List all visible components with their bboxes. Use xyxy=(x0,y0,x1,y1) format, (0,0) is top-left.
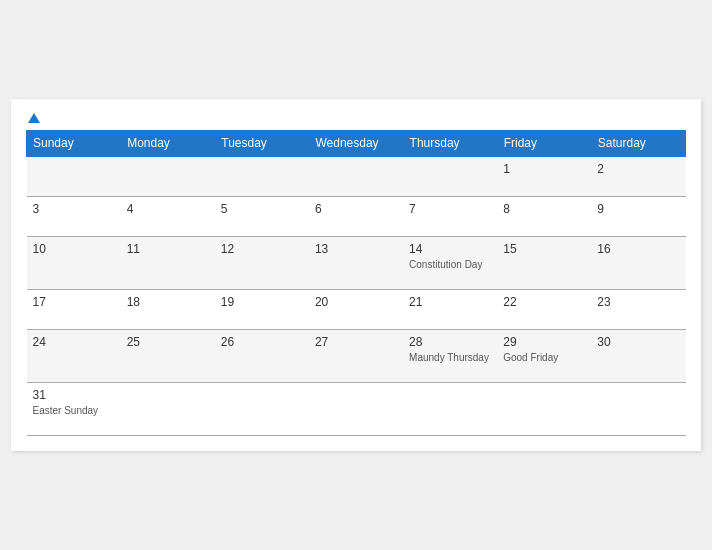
weekday-header-saturday: Saturday xyxy=(591,131,685,157)
day-number: 3 xyxy=(33,202,115,216)
calendar-cell: 8 xyxy=(497,197,591,237)
day-number: 15 xyxy=(503,242,585,256)
calendar-cell: 11 xyxy=(121,237,215,290)
logo xyxy=(26,109,40,125)
calendar-thead: SundayMondayTuesdayWednesdayThursdayFrid… xyxy=(27,131,686,157)
day-number: 18 xyxy=(127,295,209,309)
calendar-cell: 4 xyxy=(121,197,215,237)
calendar-cell: 20 xyxy=(309,290,403,330)
day-number: 7 xyxy=(409,202,491,216)
calendar-tbody: 1234567891011121314Constitution Day15161… xyxy=(27,156,686,436)
calendar-week-row: 17181920212223 xyxy=(27,290,686,330)
day-number: 29 xyxy=(503,335,585,349)
day-number: 16 xyxy=(597,242,679,256)
calendar-cell: 2 xyxy=(591,156,685,197)
calendar-cell: 26 xyxy=(215,330,309,383)
weekday-header-tuesday: Tuesday xyxy=(215,131,309,157)
day-number: 22 xyxy=(503,295,585,309)
day-number: 25 xyxy=(127,335,209,349)
calendar-cell xyxy=(27,156,121,197)
calendar-cell xyxy=(591,383,685,436)
calendar-cell: 5 xyxy=(215,197,309,237)
calendar-cell: 6 xyxy=(309,197,403,237)
weekday-header-row: SundayMondayTuesdayWednesdayThursdayFrid… xyxy=(27,131,686,157)
day-number: 5 xyxy=(221,202,303,216)
calendar-cell: 31Easter Sunday xyxy=(27,383,121,436)
calendar-cell xyxy=(309,383,403,436)
calendar-cell: 16 xyxy=(591,237,685,290)
logo-general xyxy=(26,109,40,125)
calendar-cell: 19 xyxy=(215,290,309,330)
calendar-cell: 23 xyxy=(591,290,685,330)
weekday-header-sunday: Sunday xyxy=(27,131,121,157)
calendar-cell: 27 xyxy=(309,330,403,383)
calendar-cell: 28Maundy Thursday xyxy=(403,330,497,383)
day-number: 13 xyxy=(315,242,397,256)
holiday-label: Easter Sunday xyxy=(33,404,115,417)
day-number: 12 xyxy=(221,242,303,256)
day-number: 21 xyxy=(409,295,491,309)
day-number: 31 xyxy=(33,388,115,402)
calendar-cell: 21 xyxy=(403,290,497,330)
calendar-cell: 7 xyxy=(403,197,497,237)
calendar-table: SundayMondayTuesdayWednesdayThursdayFrid… xyxy=(26,130,686,436)
holiday-label: Good Friday xyxy=(503,351,585,364)
day-number: 20 xyxy=(315,295,397,309)
calendar-week-row: 2425262728Maundy Thursday29Good Friday30 xyxy=(27,330,686,383)
calendar-cell xyxy=(121,383,215,436)
holiday-label: Maundy Thursday xyxy=(409,351,491,364)
day-number: 2 xyxy=(597,162,679,176)
weekday-header-wednesday: Wednesday xyxy=(309,131,403,157)
calendar-cell: 25 xyxy=(121,330,215,383)
day-number: 1 xyxy=(503,162,585,176)
calendar-cell: 22 xyxy=(497,290,591,330)
day-number: 30 xyxy=(597,335,679,349)
calendar-cell: 13 xyxy=(309,237,403,290)
calendar-cell: 10 xyxy=(27,237,121,290)
weekday-header-friday: Friday xyxy=(497,131,591,157)
day-number: 23 xyxy=(597,295,679,309)
day-number: 4 xyxy=(127,202,209,216)
calendar-cell: 9 xyxy=(591,197,685,237)
calendar-week-row: 3456789 xyxy=(27,197,686,237)
calendar-cell xyxy=(403,383,497,436)
calendar-cell: 17 xyxy=(27,290,121,330)
day-number: 8 xyxy=(503,202,585,216)
day-number: 28 xyxy=(409,335,491,349)
day-number: 26 xyxy=(221,335,303,349)
calendar-cell: 14Constitution Day xyxy=(403,237,497,290)
day-number: 17 xyxy=(33,295,115,309)
calendar-cell: 30 xyxy=(591,330,685,383)
calendar-week-row: 1011121314Constitution Day1516 xyxy=(27,237,686,290)
holiday-label: Constitution Day xyxy=(409,258,491,271)
calendar-cell xyxy=(309,156,403,197)
weekday-header-monday: Monday xyxy=(121,131,215,157)
calendar-cell xyxy=(403,156,497,197)
weekday-header-thursday: Thursday xyxy=(403,131,497,157)
calendar-cell xyxy=(215,156,309,197)
calendar-cell: 12 xyxy=(215,237,309,290)
calendar-cell: 3 xyxy=(27,197,121,237)
calendar-cell: 18 xyxy=(121,290,215,330)
day-number: 6 xyxy=(315,202,397,216)
calendar-cell: 29Good Friday xyxy=(497,330,591,383)
calendar-week-row: 12 xyxy=(27,156,686,197)
calendar-cell: 1 xyxy=(497,156,591,197)
calendar-cell xyxy=(121,156,215,197)
day-number: 27 xyxy=(315,335,397,349)
calendar-header xyxy=(26,109,686,125)
calendar-container: SundayMondayTuesdayWednesdayThursdayFrid… xyxy=(11,99,701,452)
calendar-week-row: 31Easter Sunday xyxy=(27,383,686,436)
day-number: 24 xyxy=(33,335,115,349)
calendar-cell: 15 xyxy=(497,237,591,290)
day-number: 9 xyxy=(597,202,679,216)
day-number: 11 xyxy=(127,242,209,256)
day-number: 10 xyxy=(33,242,115,256)
calendar-cell: 24 xyxy=(27,330,121,383)
logo-triangle-icon xyxy=(28,113,40,123)
day-number: 14 xyxy=(409,242,491,256)
calendar-cell xyxy=(215,383,309,436)
calendar-cell xyxy=(497,383,591,436)
day-number: 19 xyxy=(221,295,303,309)
